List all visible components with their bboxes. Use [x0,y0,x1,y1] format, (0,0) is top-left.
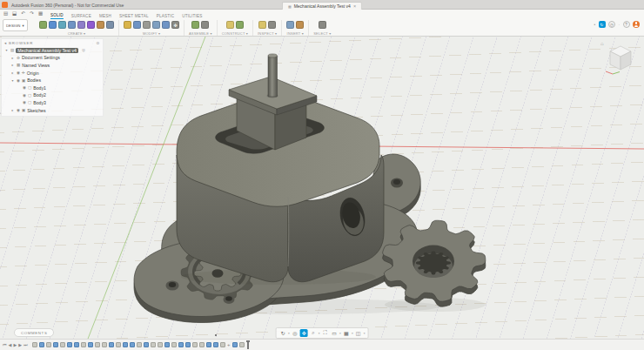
construct-group-label[interactable]: CONSTRUCT ▾ [222,31,248,36]
fit-icon[interactable]: ⛶ [321,329,329,337]
notifications-icon[interactable]: ◷ [608,21,615,28]
timeline-add-icon[interactable]: + [227,342,231,347]
expand-arrow-icon[interactable]: ▾ [4,48,9,52]
timeline-feature-item[interactable] [46,342,52,348]
section-analysis-icon[interactable] [268,21,276,29]
timeline-feature-item[interactable] [158,342,164,348]
chevron-down-icon[interactable]: ▾ [352,332,353,335]
timeline-feature-item[interactable] [220,342,226,348]
timeline-sketch-item[interactable] [185,342,191,348]
timeline-sketch-item[interactable] [74,342,80,348]
home-view-icon[interactable]: ⌂ [600,41,604,46]
insert-group-label[interactable]: INSERT ▾ [287,31,304,36]
collapse-panel-icon[interactable]: ◂ [4,41,7,45]
sweep-icon[interactable] [77,21,85,29]
browser-item-body3[interactable]: ◉▢Body3 [2,99,103,107]
chevron-down-icon[interactable]: ▾ [288,332,290,335]
go-to-end-button[interactable]: ⏭ [23,342,28,348]
viewport-canvas[interactable]: ◂ BROWSER ⊙ ▾▤Mechanical Assembly Test v… [0,37,644,350]
document-tab[interactable]: ▦ Mechanical Assembly Test v4 × [282,2,362,10]
job-status-icon[interactable]: ↻ [599,21,606,28]
timeline-sketch-item[interactable] [144,342,150,348]
save-icon[interactable]: ⬓ [11,10,17,16]
tab-plastic[interactable]: PLASTIC [157,14,175,18]
timeline-feature-item[interactable] [199,342,205,348]
timeline-zoom-handle[interactable] [215,334,217,336]
step-back-button[interactable]: ◀ [9,342,12,348]
user-avatar[interactable] [633,21,640,28]
expand-arrow-icon[interactable]: ▸ [10,108,15,112]
combine-icon[interactable] [152,21,160,29]
press-pull-icon[interactable] [124,21,131,29]
new-component-icon[interactable] [191,21,199,29]
timeline-feature-item[interactable] [95,342,101,348]
timeline-sketch-item[interactable] [164,342,171,348]
timeline-feature-item[interactable] [239,342,245,348]
view-cube[interactable]: ⌂ [600,40,641,80]
expand-arrow-icon[interactable]: ▸ [10,63,15,67]
timeline-feature-item[interactable] [32,342,38,348]
create-sketch-icon[interactable] [39,21,47,29]
hole-icon[interactable] [106,21,114,29]
modify-group-label[interactable]: MODIFY ▾ [143,31,160,36]
expand-arrow-icon[interactable]: ▾ [10,78,15,83]
browser-item-document-settings[interactable]: ▸⚙Document Settings [2,54,103,62]
separator-dot-icon[interactable]: · [619,21,621,28]
browser-item-bodies[interactable]: ▾◉▣Bodies [2,77,103,84]
display-settings-icon[interactable]: ▭ [331,329,339,337]
file-menu-icon[interactable]: ▤ [3,10,9,16]
viewports-icon[interactable]: ◫ [354,329,362,337]
timeline-sketch-item[interactable] [53,342,59,348]
assemble-group-label[interactable]: ASSEMBLE ▾ [189,31,212,36]
timeline-sketch-item[interactable] [88,342,94,348]
node-badge-icon[interactable]: ◎ [82,48,85,52]
go-to-start-button[interactable]: ⏮ [3,342,7,348]
joint-icon[interactable] [201,21,209,29]
primitive-box-icon[interactable] [97,21,104,29]
timeline-sketch-item[interactable] [232,342,238,348]
step-forward-button[interactable]: ▶ [18,342,22,348]
timeline-feature-item[interactable] [192,342,198,348]
create-group-label[interactable]: CREATE ▾ [68,31,86,36]
inspect-group-label[interactable]: INSPECT ▾ [258,31,277,36]
undo-icon[interactable]: ↶ [20,10,26,16]
grid-and-snaps-icon[interactable]: ▦ [342,329,350,337]
timeline-position-marker[interactable] [247,341,249,349]
revolve-icon[interactable] [58,21,66,29]
pan-icon[interactable]: ✥ [300,329,308,337]
show-data-panel-icon[interactable]: ▦ [37,10,44,16]
timeline-sketch-item[interactable] [39,342,45,348]
close-tab-icon[interactable]: × [353,3,356,9]
tab-surface[interactable]: SURFACE [71,14,91,18]
redo-icon[interactable]: ↷ [29,10,35,16]
browser-item-body2[interactable]: ◉▢Body2 [2,91,103,99]
browser-item-origin[interactable]: ▸◉✛Origin [2,69,103,77]
chevron-down-icon[interactable]: ▾ [319,332,320,335]
zoom-icon[interactable]: ⌕ [309,329,317,337]
tab-utilities[interactable]: UTILITIES [182,14,202,18]
tab-solid[interactable]: SOLID [50,13,64,19]
tab-sheet-metal[interactable]: SHEET METAL [119,14,149,18]
help-icon[interactable]: ? [623,21,630,28]
timeline-feature-item[interactable] [81,342,87,348]
timeline-feature-item[interactable] [102,342,108,348]
create-form-icon[interactable] [87,21,95,29]
shell-icon[interactable] [143,21,151,29]
timeline-sketch-item[interactable] [109,342,115,348]
chevron-down-icon[interactable]: ▾ [364,332,366,335]
move-copy-icon[interactable]: ✥ [171,21,179,29]
timeline-sketch-item[interactable] [130,342,136,348]
timeline-feature-item[interactable] [60,342,66,348]
offset-plane-icon[interactable] [226,21,234,29]
timeline-feature-item[interactable] [137,342,143,348]
expand-arrow-icon[interactable]: ▸ [10,56,15,60]
presence-dot-icon[interactable]: • [594,21,595,28]
timeline-sketch-item[interactable] [123,342,129,348]
timeline-sketch-item[interactable] [67,342,73,348]
axis-icon[interactable] [236,21,244,29]
expand-arrow-icon[interactable]: ▸ [10,71,15,75]
orbit-icon[interactable]: ↻ [279,329,287,337]
timeline-sketch-item[interactable] [178,342,184,348]
workspace-selector[interactable]: DESIGN ▾ [3,19,28,31]
browser-item-named-views[interactable]: ▸▦Named Views [2,62,103,70]
